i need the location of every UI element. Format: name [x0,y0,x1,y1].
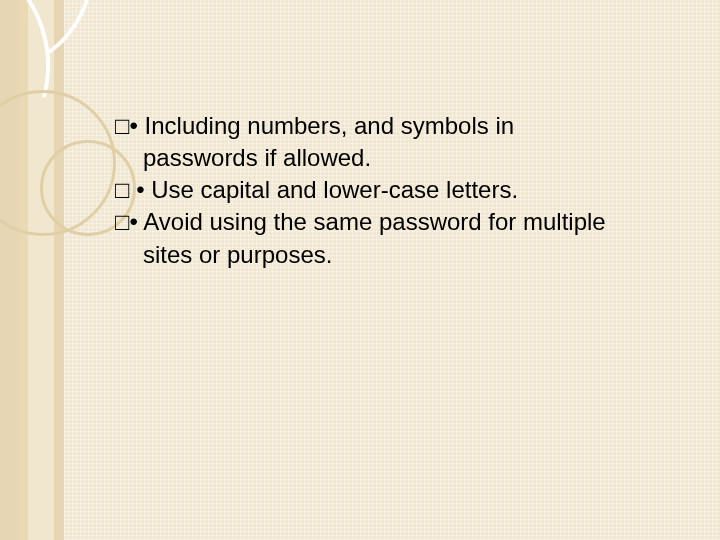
bullet-text: Avoid using the same password for multip… [138,208,606,267]
bullet-item: □• Including numbers, and symbols in pas… [115,110,635,174]
bullet-item: □• Avoid using the same password for mul… [115,206,635,270]
bullet-item: □ • Use capital and lower-case letters. [115,174,635,206]
bullet-text: Including numbers, and symbols in passwo… [138,112,514,171]
bullet-marker: □• [115,112,138,139]
slide-body: □• Including numbers, and symbols in pas… [115,110,635,271]
slide: □• Including numbers, and symbols in pas… [0,0,720,540]
decor-stripe [54,0,64,540]
bullet-marker: □• [115,208,138,235]
bullet-text: Use capital and lower-case letters. [145,176,519,203]
bullet-marker: □ • [115,176,145,203]
